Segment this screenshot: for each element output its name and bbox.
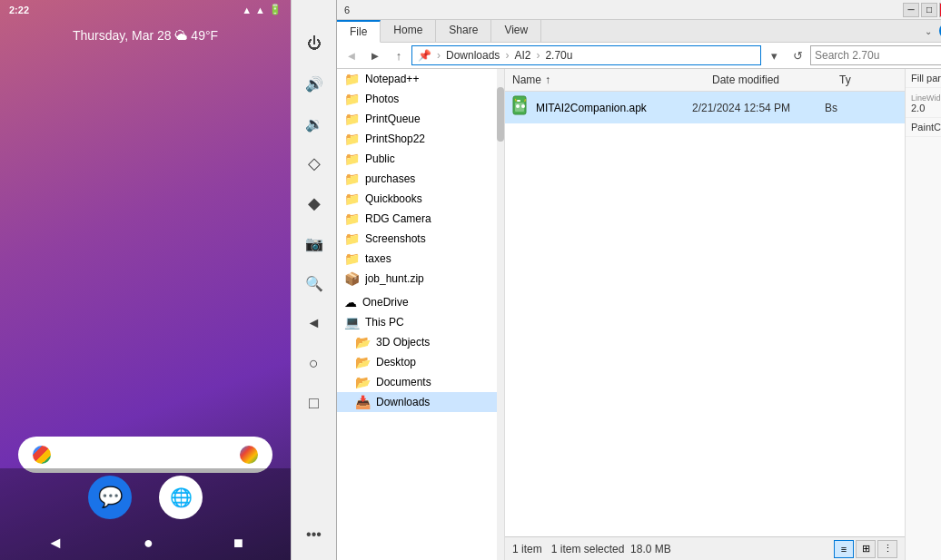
sidebar-item-3dobjects[interactable]: 📂 3D Objects (337, 332, 504, 352)
file-list-content: MITAI2Companion.apk 2/21/2024 12:54 PM B… (505, 92, 905, 536)
sidebar-item-taxes[interactable]: 📁 taxes (337, 249, 504, 269)
sidebar-item-purchases[interactable]: 📁 purchases (337, 169, 504, 189)
tag-button[interactable]: ◇ (298, 147, 331, 180)
column-name-label: Name (512, 74, 541, 86)
tab-share[interactable]: Share (436, 20, 491, 42)
sidebar-item-printqueue[interactable]: 📁 PrintQueue (337, 109, 504, 129)
forward-nav-btn[interactable]: ► (364, 45, 386, 65)
sidebar-item-job-hunt-zip[interactable]: 📦 job_hunt.zip (337, 269, 504, 289)
column-header-date[interactable]: Date modified (705, 71, 832, 89)
column-header-type[interactable]: Ty (832, 71, 905, 89)
back-nav-button[interactable]: ◄ (47, 534, 64, 553)
up-nav-btn[interactable]: ↑ (388, 45, 410, 65)
home-nav-button[interactable]: ● (144, 534, 154, 553)
sidebar-item-notepadpp[interactable]: 📁 Notepad++ (337, 69, 504, 89)
details-view-button[interactable]: ≡ (834, 540, 854, 558)
sidebar-item-desktop[interactable]: 📂 Desktop (337, 352, 504, 372)
sidebar-item-onedrive[interactable]: ☁ OneDrive (337, 292, 504, 312)
sidebar-item-screenshots[interactable]: 📁 Screenshots (337, 229, 504, 249)
diamond-button[interactable]: ◆ (298, 187, 331, 220)
folder-icon-photos: 📁 (344, 92, 360, 106)
tab-view[interactable]: View (491, 20, 541, 42)
back-nav-btn[interactable]: ◄ (341, 45, 362, 65)
svg-point-2 (516, 104, 520, 108)
folder-icon-3dobjects: 📂 (355, 335, 371, 349)
android-search-bar[interactable] (18, 437, 272, 473)
thispc-icon: 💻 (344, 315, 360, 329)
android-phone: 2:22 ▲ ▲ 🔋 Thursday, Mar 28 🌥 49°F 💬 🌐 ◄… (0, 0, 291, 560)
folder-icon-public: 📁 (344, 152, 360, 166)
folder-icon-rdgcamera: 📁 (344, 211, 360, 226)
assistant-icon[interactable] (240, 446, 258, 464)
sidebar-item-rdgcamera[interactable]: 📁 RDG Camera (337, 209, 504, 229)
sidebar-item-photos[interactable]: 📁 Photos (337, 89, 504, 109)
path-ai2[interactable]: AI2 (514, 49, 530, 62)
search-box[interactable]: 🔍 (810, 45, 941, 65)
power-icon: ⏻ (307, 35, 322, 52)
linewidth-label: LineWid (911, 93, 941, 103)
recents-nav-button[interactable]: ■ (233, 534, 243, 553)
address-path[interactable]: 📌 › Downloads › AI2 › 2.70u (411, 45, 761, 65)
dropdown-nav-btn[interactable]: ▾ (763, 45, 785, 65)
large-icons-view-button[interactable]: ⊞ (856, 540, 876, 558)
messages-icon: 💬 (98, 486, 123, 509)
column-header-name[interactable]: Name ↑ (505, 71, 705, 89)
chrome-icon: 🌐 (170, 486, 193, 508)
path-downloads[interactable]: Downloads (446, 49, 500, 62)
more-button[interactable]: ••• (298, 518, 331, 551)
camera-button[interactable]: 📷 (298, 227, 331, 260)
tab-home[interactable]: Home (381, 20, 436, 42)
path-pinned-icon: 📌 (418, 49, 431, 62)
sidebar-item-documents[interactable]: 📂 Documents (337, 372, 504, 392)
sidebar-item-public[interactable]: 📁 Public (337, 149, 504, 169)
circle-icon: ○ (309, 354, 319, 373)
sidebar-label-purchases: purchases (365, 172, 415, 185)
path-2-70u[interactable]: 2.70u (545, 49, 572, 62)
messages-app-icon[interactable]: 💬 (88, 476, 132, 519)
volume-down-button[interactable]: 🔉 (298, 107, 331, 140)
android-status-bar: 2:22 ▲ ▲ 🔋 (0, 0, 291, 19)
extra-view-button[interactable]: ⋮ (877, 540, 897, 558)
item-count: 1 item (512, 543, 542, 555)
volume-up-button[interactable]: 🔊 (298, 67, 331, 100)
zoom-button[interactable]: 🔍 (298, 267, 331, 300)
folder-icon-notepadpp: 📁 (344, 72, 360, 86)
table-row[interactable]: MITAI2Companion.apk 2/21/2024 12:54 PM B… (505, 92, 905, 123)
sidebar-item-quickbooks[interactable]: 📁 Quickbooks (337, 189, 504, 209)
sidebar-item-thispc[interactable]: 💻 This PC (337, 312, 504, 332)
sidebar-item-printshop22[interactable]: 📁 PrintShop22 (337, 129, 504, 149)
maximize-button[interactable]: □ (921, 3, 937, 17)
sidebar-label-desktop: Desktop (376, 356, 416, 368)
square-icon: □ (309, 394, 319, 413)
refresh-button[interactable]: ↺ (787, 45, 808, 65)
svg-point-3 (521, 104, 525, 108)
minimize-button[interactable]: ─ (903, 3, 919, 17)
chrome-app-icon[interactable]: 🌐 (159, 476, 203, 519)
fill-parent-label: Fill pare (911, 73, 941, 84)
title-bar: 6 ─ □ ✕ (337, 0, 941, 20)
onedrive-icon: ☁ (344, 295, 357, 309)
google-logo (33, 446, 51, 464)
file-date-mitai2: 2/21/2024 12:54 PM (692, 102, 819, 114)
camera-icon: 📷 (305, 235, 323, 252)
android-apps: 💬 🌐 (0, 468, 291, 526)
file-list-area: Name ↑ Date modified Ty (505, 69, 905, 560)
selection-count: 1 item selected (551, 543, 625, 555)
zip-icon-job-hunt: 📦 (344, 271, 360, 286)
title-bar-text: 6 (341, 5, 350, 15)
sidebar-item-downloads[interactable]: 📥 Downloads (337, 392, 504, 412)
square-button[interactable]: □ (298, 387, 331, 419)
file-size: 18.0 MB (630, 543, 671, 555)
back-button[interactable]: ◄ (298, 307, 331, 339)
circle-button[interactable]: ○ (298, 347, 331, 379)
power-button[interactable]: ⏻ (298, 27, 331, 60)
tab-file[interactable]: File (337, 20, 381, 43)
folder-icon-downloads: 📥 (355, 395, 371, 409)
search-input[interactable] (815, 49, 941, 62)
ribbon-expand-button[interactable]: ⌄ (921, 25, 936, 38)
status-text: 1 item 1 item selected 18.0 MB (512, 543, 671, 555)
file-list-header: Name ↑ Date modified Ty (505, 69, 905, 92)
android-bottom-bar: 💬 🌐 ◄ ● ■ (0, 468, 291, 560)
folder-icon-desktop: 📂 (355, 355, 371, 369)
sidebar-scrollbar-thumb[interactable] (497, 87, 504, 142)
